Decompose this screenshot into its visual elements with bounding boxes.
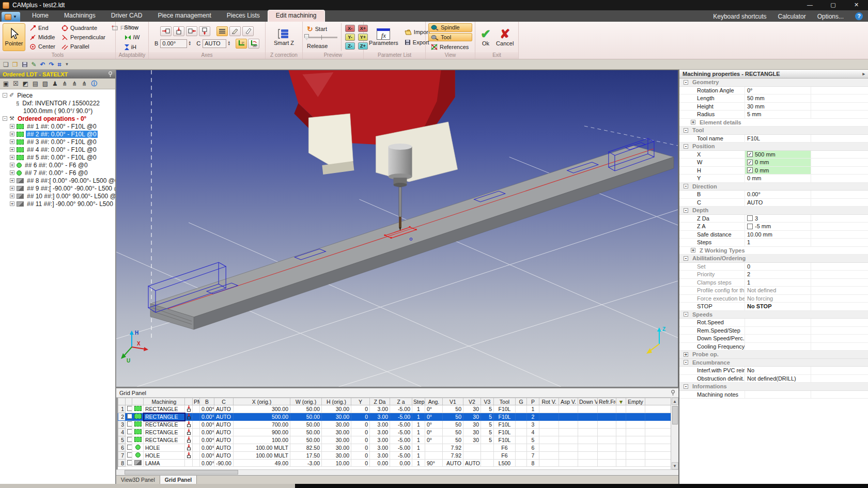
row-checkbox[interactable]: [127, 429, 132, 434]
property-value[interactable]: 0.00°: [745, 191, 811, 198]
grid-cell[interactable]: 30.00: [322, 452, 351, 460]
scroll-up-icon[interactable]: ▲: [672, 398, 678, 405]
snap-middle-button[interactable]: Middle: [28, 33, 57, 42]
grid-cell[interactable]: [516, 444, 527, 452]
grid-cell[interactable]: [626, 460, 645, 467]
jog-yminus-button[interactable]: Y-: [345, 34, 355, 41]
align-top-axis-button[interactable]: [173, 26, 184, 36]
grid-cell[interactable]: [578, 405, 598, 413]
expand-icon[interactable]: +: [10, 194, 14, 198]
tree-item-operation-8[interactable]: ## 8 ##:[ 0.00° -90.00°- L500 @0: [26, 177, 115, 184]
machining-row-5[interactable]: 5RECTANGLE0.00°AUTO100.0050.0030.0003.00…: [118, 436, 671, 444]
tree-item-operation-1[interactable]: ## 1 ##: 0.00° - F10L @0: [26, 123, 98, 130]
property-subgroup-z-working-types[interactable]: +Z Working Types: [679, 247, 868, 255]
property-section-informations[interactable]: -Informations: [679, 383, 868, 391]
property-value[interactable]: [745, 391, 811, 399]
grid-cell[interactable]: 0.00: [390, 460, 412, 467]
grid-cell[interactable]: [559, 436, 578, 444]
grid-cell[interactable]: -3.00: [290, 460, 322, 467]
grid-cell[interactable]: 1: [412, 405, 425, 413]
grid-cell[interactable]: [598, 444, 616, 452]
toolbar-options-chevron-icon[interactable]: ▼: [65, 61, 69, 68]
expand-icon[interactable]: +: [691, 120, 695, 124]
machining-row-7[interactable]: 7HOLE0.00°AUTO100.00 MULT17.5030.0003.00…: [118, 452, 671, 460]
grid-cell[interactable]: 300.00: [234, 405, 290, 413]
grid-cell[interactable]: [598, 421, 616, 429]
undo-icon[interactable]: ↶: [40, 61, 45, 68]
grid-cell[interactable]: AUTO: [443, 460, 463, 467]
grid-cell[interactable]: [626, 452, 645, 460]
grid-cell[interactable]: [539, 452, 559, 460]
grid-cell[interactable]: 8: [527, 460, 539, 467]
grid-cell[interactable]: [539, 413, 559, 421]
grid-cell[interactable]: 900.00: [234, 429, 290, 436]
property-value[interactable]: AUTO: [745, 199, 811, 207]
grid-cell[interactable]: 5: [481, 413, 494, 421]
grid-cell[interactable]: 1: [412, 460, 425, 467]
column-header-p[interactable]: P: [527, 398, 539, 405]
b-axis-input[interactable]: 0.00°: [160, 39, 187, 48]
column-header-refr-freq[interactable]: Refr.Freq: [598, 398, 616, 405]
collapse-icon[interactable]: -: [3, 116, 7, 121]
machining-name-cell[interactable]: HOLE: [144, 444, 185, 452]
grid-cell[interactable]: 50: [443, 421, 463, 429]
collapse-icon[interactable]: -: [684, 80, 688, 85]
snap-parallel-button[interactable]: Parallel: [60, 42, 107, 51]
grid-cell[interactable]: [616, 405, 626, 413]
machining-row-6[interactable]: 6HOLE0.00°AUTO100.00 MULT82.5030.0003.00…: [118, 444, 671, 452]
grid-cell[interactable]: 100.00 MULT: [234, 444, 290, 452]
smart-z-button[interactable]: Smart Z: [270, 23, 298, 51]
grid-cell[interactable]: [539, 460, 559, 467]
property-value[interactable]: F10L: [745, 135, 811, 143]
grid-cell[interactable]: [578, 413, 598, 421]
tree-item-operation-4[interactable]: ## 4 ##: 0.00° - F10L @0: [26, 146, 98, 153]
property-value[interactable]: 0°: [745, 87, 811, 95]
column-header-blank[interactable]: [185, 398, 193, 405]
menu-tab-home[interactable]: Home: [24, 10, 56, 22]
property-value[interactable]: [745, 343, 811, 351]
machining-row-1[interactable]: 1RECTANGLE0.00°AUTO300.0050.0030.0003.00…: [118, 405, 671, 413]
grid-cell[interactable]: 50: [443, 429, 463, 436]
layers-icon[interactable]: ▤: [31, 80, 40, 88]
new-file-icon[interactable]: ❏: [3, 61, 9, 68]
grid-cell[interactable]: -5.00: [390, 405, 412, 413]
grid-cell[interactable]: [516, 460, 527, 467]
expand-icon[interactable]: +: [10, 163, 14, 167]
grid-cell[interactable]: 90°: [425, 460, 443, 467]
grid-cell[interactable]: 0: [351, 452, 370, 460]
column-header-g[interactable]: G: [516, 398, 527, 405]
expand-icon[interactable]: +: [10, 170, 14, 175]
tree-item-operation-5[interactable]: ## 5 ##: 0.00° - F10L @0: [26, 154, 98, 161]
collapse-icon[interactable]: -: [684, 128, 688, 133]
align-left-axis-button[interactable]: [160, 26, 172, 36]
checkbox-checked-icon[interactable]: ✓: [747, 151, 753, 157]
property-value[interactable]: [745, 319, 811, 326]
grid-cell[interactable]: 0: [351, 429, 370, 436]
grid-cell[interactable]: [578, 452, 598, 460]
column-header-b[interactable]: B: [200, 398, 214, 405]
grid-cell[interactable]: 0°: [425, 429, 443, 436]
collapse-icon[interactable]: -: [684, 384, 688, 389]
side-face-a-button[interactable]: [229, 26, 241, 36]
column-header-asp-v-[interactable]: Asp V.: [559, 398, 578, 405]
grid-cell[interactable]: [578, 436, 598, 444]
grid-cell[interactable]: 50.00: [290, 436, 322, 444]
grid-horizontal-scrollbar[interactable]: [116, 469, 678, 475]
property-value[interactable]: 50 mm: [745, 95, 811, 102]
grid-cell[interactable]: -90.00: [214, 460, 234, 467]
property-section-geometry[interactable]: -Geometry: [679, 78, 868, 87]
grid-cell[interactable]: [559, 405, 578, 413]
property-value[interactable]: ✓500 mm: [745, 151, 811, 159]
grid-cell[interactable]: [559, 444, 578, 452]
grid-cell[interactable]: [481, 460, 494, 467]
column-header-blank[interactable]: [132, 398, 144, 405]
row-checkbox-cell[interactable]: [126, 405, 132, 413]
property-value[interactable]: No STOP: [745, 303, 811, 310]
axis-180-button[interactable]: 180°: [248, 39, 259, 49]
grid-cell[interactable]: 0.00°: [200, 444, 214, 452]
grid-cell[interactable]: 3.00: [370, 421, 390, 429]
clamps-icon[interactable]: ⌗: [58, 61, 61, 68]
grid-cell[interactable]: 3: [527, 421, 539, 429]
tree-item-piece-size[interactable]: 1000.0mm ( 90.0°/ 90.0°): [22, 107, 94, 115]
view-references-toggle[interactable]: References: [428, 42, 472, 51]
